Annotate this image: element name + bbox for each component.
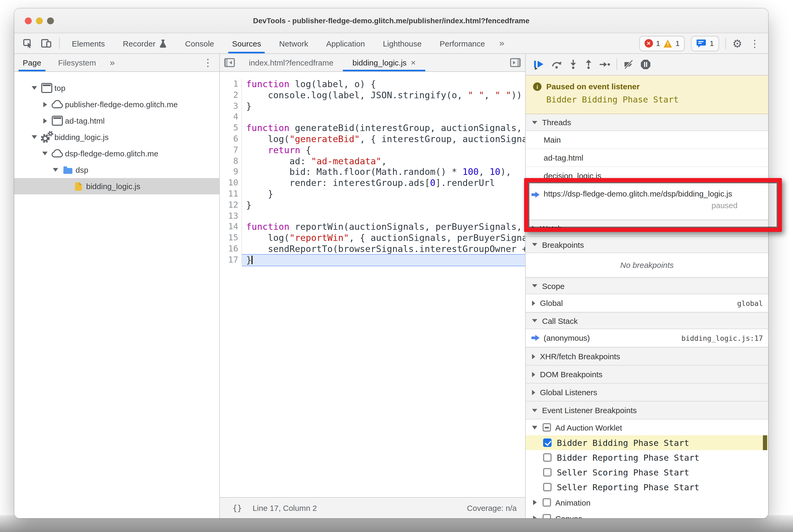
checkbox-indeterminate[interactable] xyxy=(543,423,551,432)
line-number[interactable]: 8 xyxy=(220,156,242,167)
code-editor[interactable]: 1function log(label, o) {2 console.log(l… xyxy=(220,72,525,497)
line-number[interactable]: 7 xyxy=(220,145,242,156)
code-line-content[interactable]: } xyxy=(242,255,525,266)
line-number[interactable]: 5 xyxy=(220,122,242,134)
step-out-icon[interactable] xyxy=(584,59,593,70)
navigator-menu-icon[interactable]: ⋮ xyxy=(202,58,219,68)
line-number[interactable]: 11 xyxy=(220,189,242,200)
tree-item-bidding-logic-js[interactable]: bidding_logic.js xyxy=(14,178,219,194)
line-number[interactable]: 17 xyxy=(220,255,242,266)
tab-application[interactable]: Application xyxy=(317,33,374,53)
tree-item-dsp-fledge-demo-glitch-me[interactable]: dsp-fledge-demo.glitch.me xyxy=(14,145,219,162)
settings-gear-icon[interactable]: ⚙ xyxy=(732,38,742,49)
code-line-content[interactable]: sendReportTo(browserSignals.interestGrou… xyxy=(242,244,525,255)
scope-section-header[interactable]: Scope xyxy=(526,277,768,294)
code-line-content[interactable]: } xyxy=(242,101,525,112)
global-listeners-section-header[interactable]: Global Listeners xyxy=(526,383,768,401)
checkbox-unchecked[interactable] xyxy=(543,483,551,491)
close-icon[interactable]: × xyxy=(411,58,416,68)
breakpoint-bidder-reporting-phase-start[interactable]: Bidder Reporting Phase Start xyxy=(526,450,768,465)
thread-item[interactable]: decision_logic.js xyxy=(526,167,768,185)
code-line-content[interactable]: ad: "ad-metadata", xyxy=(242,156,525,167)
line-number[interactable]: 12 xyxy=(220,200,242,211)
breakpoints-section-header[interactable]: Breakpoints xyxy=(526,236,768,253)
code-line-content[interactable]: render: interestGroup.ads[0].renderUrl xyxy=(242,177,525,189)
xhr-breakpoints-section-header[interactable]: XHR/fetch Breakpoints xyxy=(526,347,768,366)
code-line-content[interactable]: function generateBid(interestGroup, auct… xyxy=(242,122,525,134)
line-number[interactable]: 9 xyxy=(220,167,242,178)
issues-badge[interactable]: 1 xyxy=(691,36,719,51)
errors-warnings-badge[interactable]: × 1 1 xyxy=(639,36,685,51)
code-line-content[interactable]: return { xyxy=(242,145,525,156)
line-number[interactable]: 15 xyxy=(220,232,242,244)
editor-tab-index-html-fencedframe[interactable]: index.html?fencedframe xyxy=(239,54,343,71)
code-line-content[interactable]: bid: Math.floor(Math.random() * 100, 10)… xyxy=(242,167,525,178)
line-number[interactable]: 3 xyxy=(220,101,242,112)
code-line-content[interactable]: } xyxy=(242,200,525,211)
code-line-content[interactable]: function reportWin(auctionSignals, perBu… xyxy=(242,222,525,233)
breakpoint-group-ad-auction-worklet[interactable]: Ad Auction Worklet xyxy=(526,419,768,435)
step-icon[interactable] xyxy=(599,60,611,69)
pretty-print-icon[interactable]: {} xyxy=(232,503,242,513)
code-line-content[interactable] xyxy=(242,211,525,222)
tab-lighthouse[interactable]: Lighthouse xyxy=(374,33,431,53)
tab-elements[interactable]: Elements xyxy=(63,33,114,53)
step-into-icon[interactable] xyxy=(568,59,578,70)
more-navigator-tabs-button[interactable]: » xyxy=(105,54,120,71)
line-number[interactable]: 10 xyxy=(220,177,242,189)
tree-item-top[interactable]: top xyxy=(14,80,219,96)
tab-network[interactable]: Network xyxy=(270,33,317,53)
checkbox-unchecked[interactable] xyxy=(543,514,551,518)
call-stack-section-header[interactable]: Call Stack xyxy=(526,312,768,329)
navigator-tab-filesystem[interactable]: Filesystem xyxy=(50,54,105,71)
pause-on-exceptions-icon[interactable] xyxy=(640,59,651,70)
show-debugger-sidebar-icon[interactable] xyxy=(506,54,525,71)
tree-item-bidding-logic-js[interactable]: bidding_logic.js xyxy=(14,129,219,145)
checkbox-unchecked[interactable] xyxy=(543,453,551,462)
call-stack-frame[interactable]: (anonymous) bidding_logic.js:17 xyxy=(526,329,768,347)
dom-breakpoints-section-header[interactable]: DOM Breakpoints xyxy=(526,365,768,383)
thread-item[interactable]: ad-tag.html xyxy=(526,149,768,167)
hide-navigator-icon[interactable] xyxy=(220,54,239,71)
customize-devtools-icon[interactable]: ⋮ xyxy=(749,38,760,48)
breakpoint-seller-scoring-phase-start[interactable]: Seller Scoring Phase Start xyxy=(526,465,768,480)
inspect-element-icon[interactable] xyxy=(23,38,33,49)
tree-item-ad-tag-html[interactable]: ad-tag.html xyxy=(14,113,219,129)
line-number[interactable]: 16 xyxy=(220,244,242,255)
tab-recorder[interactable]: Recorder xyxy=(114,33,176,53)
code-line-content[interactable]: log("reportWin", { auctionSignals, perBu… xyxy=(242,232,525,244)
step-over-icon[interactable] xyxy=(551,60,563,69)
breakpoint-group-animation[interactable]: Animation xyxy=(526,494,768,510)
thread-item[interactable]: Main xyxy=(526,131,768,149)
tree-item-publisher-fledge-demo-glitch-me[interactable]: publisher-fledge-demo.glitch.me xyxy=(14,96,219,113)
resume-icon[interactable] xyxy=(533,59,545,70)
code-line-content[interactable]: log("generateBid", { interestGroup, auct… xyxy=(242,134,525,145)
line-number[interactable]: 4 xyxy=(220,112,242,123)
checkbox-unchecked[interactable] xyxy=(543,498,551,507)
breakpoint-group-canvas[interactable]: Canvas xyxy=(526,510,768,518)
more-panels-button[interactable]: » xyxy=(494,33,510,53)
code-line-content[interactable]: function log(label, o) { xyxy=(242,79,525,90)
navigator-tab-page[interactable]: Page xyxy=(14,54,50,71)
line-number[interactable]: 2 xyxy=(220,90,242,101)
line-number[interactable]: 1 xyxy=(220,79,242,90)
tab-console[interactable]: Console xyxy=(176,33,223,53)
tree-item-dsp[interactable]: dsp xyxy=(14,162,219,178)
tab-sources[interactable]: Sources xyxy=(223,33,270,53)
tab-performance[interactable]: Performance xyxy=(431,33,494,53)
deactivate-breakpoints-icon[interactable] xyxy=(623,60,635,69)
checkbox-unchecked[interactable] xyxy=(543,468,551,477)
breakpoint-seller-reporting-phase-start[interactable]: Seller Reporting Phase Start xyxy=(526,480,768,494)
breakpoint-bidder-bidding-phase-start[interactable]: Bidder Bidding Phase Start xyxy=(526,435,768,450)
line-number[interactable]: 13 xyxy=(220,211,242,222)
event-listener-breakpoints-section-header[interactable]: Event Listener Breakpoints xyxy=(526,401,768,419)
line-number[interactable]: 6 xyxy=(220,134,242,145)
checkbox-checked[interactable] xyxy=(543,438,551,447)
code-line-content[interactable]: } xyxy=(242,189,525,200)
device-toolbar-icon[interactable] xyxy=(41,38,52,49)
line-number[interactable]: 14 xyxy=(220,222,242,233)
watch-section-header[interactable]: Watch xyxy=(526,220,768,237)
editor-tab-bidding-logic-js[interactable]: bidding_logic.js× xyxy=(343,54,425,71)
thread-item-current[interactable]: https://dsp-fledge-demo.glitch.me/dsp/bi… xyxy=(526,185,768,220)
scope-global-row[interactable]: Global global xyxy=(526,294,768,312)
